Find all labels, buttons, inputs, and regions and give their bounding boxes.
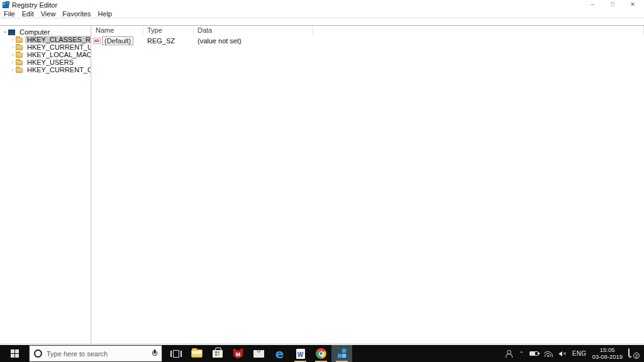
chrome-icon: [316, 348, 326, 359]
taskbar-apps: M e W: [165, 345, 352, 362]
chevron-collapsed-icon[interactable]: ›: [9, 44, 16, 50]
mcafee-shield-icon: M: [233, 348, 243, 359]
tray-time: 15:05: [592, 347, 623, 354]
string-value-icon: ab: [93, 38, 101, 44]
microsoft-store-button[interactable]: [207, 345, 228, 362]
tree-item-hkey-local-machine[interactable]: › HKEY_LOCAL_MACHINE: [0, 51, 91, 58]
menu-view[interactable]: View: [41, 10, 56, 18]
taskbar-search[interactable]: [29, 345, 162, 362]
tray-date: 03-08-2019: [592, 354, 623, 361]
cortana-icon: [34, 349, 42, 358]
registry-editor-icon: [3, 2, 9, 8]
file-explorer-button[interactable]: [186, 345, 207, 362]
menu-favorites[interactable]: Favorites: [62, 10, 91, 18]
microsoft-store-icon: [213, 350, 223, 358]
search-input[interactable]: [47, 350, 152, 358]
task-view-button[interactable]: [165, 345, 186, 362]
screen: Registry Editor – □ ✕ File Edit View Fav…: [0, 0, 644, 362]
minimize-button[interactable]: –: [582, 0, 602, 9]
tree-item-label-selected[interactable]: HKEY_CLASSES_ROOT: [25, 36, 91, 43]
file-explorer-icon: [191, 349, 203, 358]
column-header-spacer: [313, 26, 644, 35]
registry-editor-taskbar-button[interactable]: [331, 345, 352, 362]
tree-item-label[interactable]: Computer: [18, 28, 52, 36]
tree-item-label[interactable]: HKEY_CURRENT_USER: [25, 43, 91, 51]
folder-icon: [16, 60, 23, 65]
notification-badge: 2: [633, 353, 640, 359]
folder-icon: [16, 68, 23, 73]
chevron-expanded-icon[interactable]: ›: [2, 29, 8, 35]
titlebar[interactable]: Registry Editor – □ ✕: [0, 0, 644, 9]
word-icon: W: [296, 349, 305, 359]
action-center-button[interactable]: 2: [628, 349, 639, 358]
mail-button[interactable]: [248, 345, 269, 362]
tree-item-hkey-current-user[interactable]: › HKEY_CURRENT_USER: [0, 43, 91, 51]
column-header-type[interactable]: Type: [143, 26, 194, 35]
registry-editor-icon: [337, 349, 347, 359]
clock[interactable]: 15:05 03-08-2019: [592, 347, 623, 360]
mail-envelope-icon: [253, 350, 264, 358]
value-name-cell[interactable]: ab (Default): [92, 36, 143, 45]
mcafee-button[interactable]: M: [228, 345, 248, 362]
tree-item-computer[interactable]: › Computer: [0, 28, 91, 36]
tree-item-hkey-current-config[interactable]: › HKEY_CURRENT_CONFIG: [0, 66, 91, 74]
folder-icon: [16, 53, 23, 58]
battery-icon[interactable]: [530, 351, 538, 356]
tree-item-label[interactable]: HKEY_CURRENT_CONFIG: [25, 66, 91, 74]
menu-bar: File Edit View Favorites Help: [0, 9, 644, 18]
list-header: Name Type Data: [92, 26, 644, 35]
menu-file[interactable]: File: [4, 10, 15, 18]
language-indicator[interactable]: ENG: [572, 350, 587, 357]
window-title: Registry Editor: [12, 1, 57, 9]
menu-edit[interactable]: Edit: [22, 10, 34, 18]
chevron-collapsed-icon[interactable]: ›: [9, 67, 16, 73]
start-button[interactable]: [0, 345, 29, 362]
people-icon[interactable]: [506, 350, 513, 358]
microphone-icon[interactable]: [152, 349, 157, 358]
chevron-collapsed-icon[interactable]: ›: [9, 59, 16, 65]
tree-item-label[interactable]: HKEY_LOCAL_MACHINE: [25, 51, 91, 58]
windows-logo-icon: [11, 349, 19, 358]
chevron-collapsed-icon[interactable]: ›: [9, 36, 16, 43]
tree-item-label[interactable]: HKEY_USERS: [25, 58, 75, 66]
computer-icon: [8, 30, 15, 35]
tree-item-hkey-classes-root[interactable]: › HKEY_CLASSES_ROOT: [0, 36, 91, 43]
address-bar[interactable]: [0, 18, 644, 26]
task-view-icon: [170, 350, 182, 358]
value-data: (value not set): [194, 37, 313, 45]
system-tray: ⌃ ✕ ENG 15:05 03-08-2019 2: [506, 345, 644, 362]
close-button[interactable]: ✕: [623, 0, 643, 9]
table-row[interactable]: ab (Default) REG_SZ (value not set): [92, 36, 644, 45]
show-hidden-icons-chevron[interactable]: ⌃: [519, 351, 524, 357]
volume-muted-icon[interactable]: ✕: [558, 351, 567, 356]
chrome-button[interactable]: [311, 345, 331, 362]
notification-icon: [628, 348, 630, 357]
column-header-name[interactable]: Name: [92, 26, 143, 35]
chevron-collapsed-icon[interactable]: ›: [9, 52, 16, 58]
menu-help[interactable]: Help: [98, 10, 113, 18]
wifi-icon[interactable]: [544, 351, 553, 357]
maximize-button[interactable]: □: [602, 0, 623, 9]
value-name[interactable]: (Default): [102, 36, 133, 45]
window-controls: – □ ✕: [582, 0, 644, 9]
window-content: › Computer › HKEY_CLASSES_ROOT › HKEY_CU…: [0, 26, 644, 345]
word-button[interactable]: W: [290, 345, 311, 362]
value-type: REG_SZ: [143, 37, 194, 45]
edge-icon: e: [275, 348, 284, 360]
folder-icon: [16, 38, 23, 43]
values-list-panel[interactable]: Name Type Data ab (Default) REG_SZ (valu…: [91, 26, 644, 343]
tree-item-hkey-users[interactable]: › HKEY_USERS: [0, 58, 91, 66]
taskbar: M e W ⌃ ✕: [0, 345, 644, 362]
registry-editor-window: Registry Editor – □ ✕ File Edit View Fav…: [0, 0, 644, 345]
column-header-data[interactable]: Data: [194, 26, 313, 35]
registry-tree-panel[interactable]: › Computer › HKEY_CLASSES_ROOT › HKEY_CU…: [0, 26, 91, 343]
folder-icon: [16, 45, 23, 50]
edge-button[interactable]: e: [269, 345, 290, 362]
